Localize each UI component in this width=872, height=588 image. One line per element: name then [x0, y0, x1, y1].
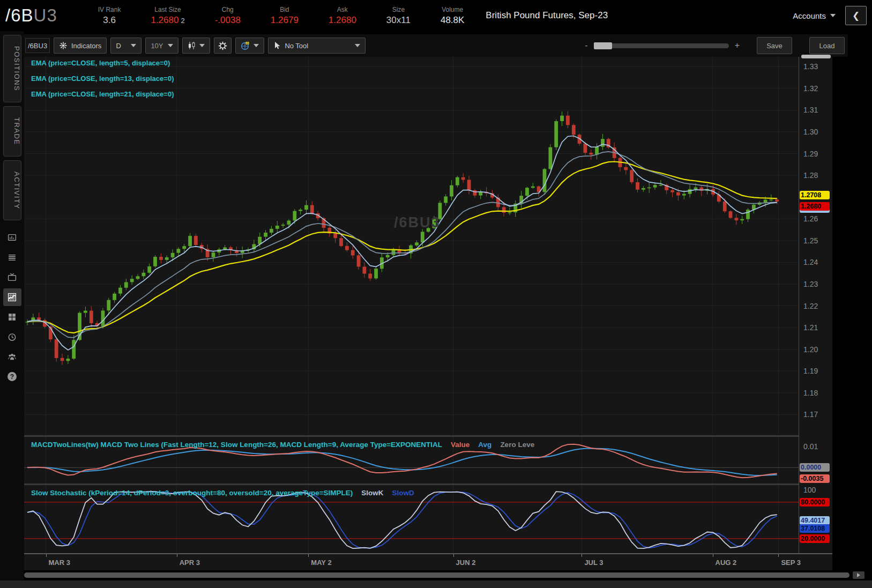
stoch-bubble-2: 37.0108: [800, 524, 830, 533]
range-value: 10Y: [151, 42, 163, 50]
stoch-bubble-0: 80.0000: [800, 498, 830, 507]
load-button[interactable]: Load: [809, 37, 845, 54]
price-tick: 1.23: [803, 280, 818, 288]
chart-area: /6BU3 EMA (price=CLOSE, length=5, displa…: [24, 57, 832, 570]
sidebar-history-icon[interactable]: [3, 328, 21, 346]
zoom-out-button[interactable]: -: [583, 41, 590, 50]
bottom-strip: [0, 580, 872, 588]
sidebar-video-icon[interactable]: [3, 269, 21, 286]
price-tick: 1.26: [803, 214, 818, 223]
arrow-right-icon: [857, 573, 860, 577]
price-pane[interactable]: /6BU3 EMA (price=CLOSE, length=5, displa…: [24, 57, 799, 435]
grid-layout-dropdown[interactable]: [235, 38, 264, 54]
price-tick: 1.31: [803, 106, 818, 114]
range-dropdown[interactable]: 10Y: [145, 38, 178, 54]
time-label-sep-3: SEP 3: [781, 559, 801, 567]
stat-label: Chg: [222, 6, 234, 13]
help-icon: ?: [8, 372, 17, 381]
symbol-input[interactable]: [25, 38, 50, 53]
ema-label-1: EMA (price=CLOSE, length=13, displace=0): [31, 75, 174, 83]
sidebar-chart-icon[interactable]: [3, 288, 21, 306]
sidebar-dashboard-icon[interactable]: [3, 308, 21, 326]
sidebar-community-icon[interactable]: [3, 348, 21, 366]
macd-legend-zero-leve: Zero Leve: [500, 441, 534, 449]
sidebar-tabs: POSITIONSTRADEACTIVITY: [0, 35, 24, 220]
sidebar-watchlist-icon[interactable]: [3, 249, 21, 266]
time-label-apr-3: APR 3: [180, 559, 200, 567]
axis-scrollbar-handle[interactable]: [801, 55, 831, 58]
time-label-jul-3: JUL 3: [584, 559, 603, 567]
price-tick: 1.21: [803, 323, 818, 332]
price-tick: 1.17: [803, 410, 818, 419]
indicators-button[interactable]: Indicators: [54, 38, 107, 54]
zoom-in-button[interactable]: +: [733, 41, 742, 50]
price-axis[interactable]: 1.331.321.311.301.291.281.261.251.241.23…: [799, 57, 832, 553]
time-label-aug-2: AUG 2: [716, 559, 737, 567]
save-button[interactable]: Save: [757, 37, 792, 54]
zoom-slider[interactable]: [594, 43, 729, 48]
drawing-tool-dropdown[interactable]: No Tool: [268, 38, 366, 54]
price-tick: 1.32: [803, 84, 818, 93]
chevron-down-icon: [199, 44, 205, 47]
sidebar-tab-positions[interactable]: POSITIONS: [3, 35, 21, 102]
time-tick: [177, 554, 177, 557]
stoch-bubble-3: 20.0000: [800, 534, 830, 543]
stat-bid: Bid1.2679: [256, 6, 314, 26]
time-axis[interactable]: MAR 3APR 3MAY 2JUN 2JUL 3AUG 2SEP 3: [24, 553, 832, 570]
trading-app: /6BU3 IV Rank3.6Last Size1.26802Chg-.003…: [0, 0, 872, 588]
price-tick: 1.30: [803, 128, 818, 136]
stat-value: 48.8K: [441, 15, 464, 26]
stat-label: Ask: [337, 6, 348, 13]
stat-volume: Volume48.8K: [426, 6, 479, 26]
stochastic-pane[interactable]: Slow Stochastic (kPeriod=14, dPeriod=3, …: [24, 485, 799, 553]
last-price-bubble: 1.2680: [800, 202, 830, 211]
sidebar-tab-trade[interactable]: TRADE: [3, 106, 21, 157]
price-tick: 1.19: [803, 367, 818, 375]
stoch-legend-slowd: SlowD: [392, 489, 414, 497]
stat-value: 30x11: [386, 15, 411, 26]
sidebar-icons: ?: [0, 229, 24, 385]
stat-value: 1.2679: [271, 15, 299, 26]
price-tick: 1.29: [803, 150, 818, 158]
zoom-slider-thumb[interactable]: [594, 42, 612, 49]
collapse-panel-button[interactable]: ❮: [845, 6, 867, 25]
stat-chg: Chg-.0038: [200, 6, 256, 26]
accounts-menu[interactable]: Accounts: [793, 11, 836, 20]
time-tick: [308, 554, 309, 557]
time-tick: [46, 554, 47, 557]
time-tick: [713, 554, 713, 557]
grid-sphere-icon: [241, 41, 250, 50]
indicators-label: Indicators: [71, 42, 101, 50]
header: /6BU3 IV Rank3.6Last Size1.26802Chg-.003…: [0, 0, 872, 31]
time-tick: [778, 554, 779, 557]
stat-label: Last Size: [154, 6, 181, 13]
time-label-mar-3: MAR 3: [48, 559, 70, 567]
scrollbar-thumb[interactable]: [24, 572, 849, 578]
macd-legend-avg: Avg: [478, 441, 491, 449]
chart-icon: [8, 293, 17, 302]
ema-price-bubble: 1.2708: [800, 191, 830, 199]
stoch-tick: 100: [803, 486, 816, 494]
stat-label: Volume: [442, 6, 463, 13]
macd-legend-value: Value: [451, 441, 469, 449]
stat-label: Bid: [280, 6, 289, 13]
candlestick-icon: [188, 41, 196, 50]
left-sidebar: POSITIONSTRADEACTIVITY ?: [0, 31, 24, 588]
chevron-down-icon: [168, 44, 173, 47]
macd-pane[interactable]: MACDTwoLines(tw) MACD Two Lines (Fast Le…: [24, 437, 799, 483]
sidebar-help-icon[interactable]: ?: [3, 368, 21, 385]
stochastic-study-label: Slow Stochastic (kPeriod=14, dPeriod=3, …: [31, 489, 423, 497]
video-icon: [8, 273, 17, 282]
indicators-icon: [59, 41, 68, 50]
quote-stats: IV Rank3.6Last Size1.26802Chg-.0038Bid1.…: [83, 6, 480, 26]
community-icon: [8, 352, 17, 361]
ema-label-2: EMA (price=CLOSE, length=21, displace=0): [31, 90, 174, 98]
sidebar-tab-activity[interactable]: ACTIVITY: [3, 160, 21, 221]
chart-settings-button[interactable]: [214, 38, 232, 54]
timeframe-dropdown[interactable]: D: [110, 38, 141, 54]
price-tick: 1.33: [803, 62, 818, 71]
sidebar-quotes-icon[interactable]: [3, 229, 21, 247]
scroll-right-button[interactable]: [853, 571, 864, 579]
chart-type-dropdown[interactable]: [182, 38, 210, 54]
price-tick: 1.25: [803, 236, 818, 245]
